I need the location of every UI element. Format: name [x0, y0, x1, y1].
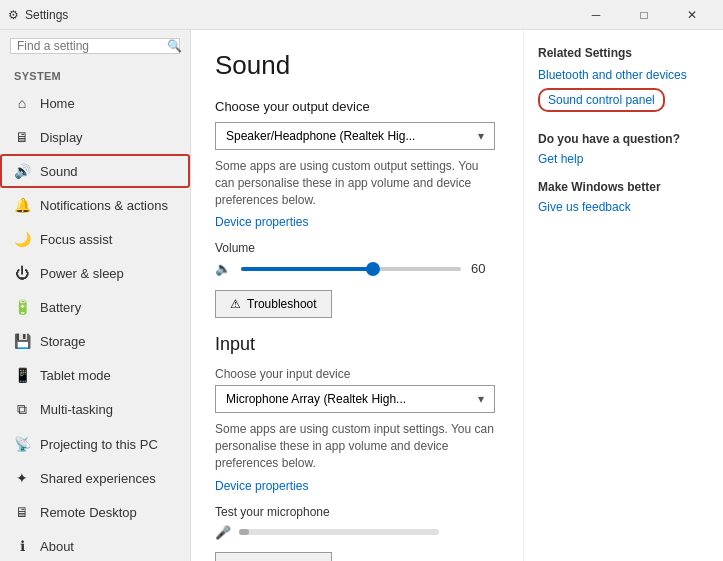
sidebar-item-storage[interactable]: 💾 Storage: [0, 324, 190, 358]
volume-section: Volume 🔈 60: [215, 241, 499, 276]
sidebar-item-sound[interactable]: 🔊 Sound: [0, 154, 190, 188]
sidebar-item-multitasking[interactable]: ⧉ Multi-tasking: [0, 392, 190, 427]
sidebar-item-label: Sound: [40, 164, 78, 179]
output-troubleshoot-button[interactable]: ⚠ Troubleshoot: [215, 290, 332, 318]
warning-icon: ⚠: [230, 297, 241, 311]
storage-icon: 💾: [14, 333, 30, 349]
input-device-value: Microphone Array (Realtek High...: [226, 392, 406, 406]
volume-label: Volume: [215, 241, 499, 255]
output-section: Choose your output device Speaker/Headph…: [215, 99, 499, 318]
sidebar-item-display[interactable]: 🖥 Display: [0, 120, 190, 154]
sidebar-item-label: Power & sleep: [40, 266, 124, 281]
sidebar-item-power[interactable]: ⏻ Power & sleep: [0, 256, 190, 290]
sidebar-item-label: Battery: [40, 300, 81, 315]
remote-icon: 🖥: [14, 504, 30, 520]
dropdown-arrow-icon-input: ▾: [478, 392, 484, 406]
output-device-value: Speaker/Headphone (Realtek Hig...: [226, 129, 415, 143]
tablet-icon: 📱: [14, 367, 30, 383]
main-content: Sound Choose your output device Speaker/…: [191, 30, 523, 561]
volume-value: 60: [471, 261, 485, 276]
sidebar-item-label: Remote Desktop: [40, 505, 137, 520]
test-mic-label: Test your microphone: [215, 505, 499, 519]
right-panel: Related Settings Bluetooth and other dev…: [523, 30, 723, 561]
output-section-label: Choose your output device: [215, 99, 499, 114]
sidebar-item-label: Tablet mode: [40, 368, 111, 383]
sound-control-link[interactable]: Sound control panel: [538, 88, 665, 112]
battery-icon: 🔋: [14, 299, 30, 315]
dropdown-arrow-icon: ▾: [478, 129, 484, 143]
sound-icon: 🔊: [14, 163, 30, 179]
make-better-title: Make Windows better: [538, 180, 709, 194]
sidebar-item-label: Projecting to this PC: [40, 437, 158, 452]
power-icon: ⏻: [14, 265, 30, 281]
sidebar-item-focus[interactable]: 🌙 Focus assist: [0, 222, 190, 256]
input-section-label: Choose your input device: [215, 367, 499, 381]
about-icon: ℹ: [14, 538, 30, 554]
notifications-icon: 🔔: [14, 197, 30, 213]
input-section: Input Choose your input device Microphon…: [215, 334, 499, 561]
titlebar-left: ⚙ Settings: [8, 8, 68, 22]
sidebar-item-label: Storage: [40, 334, 86, 349]
related-settings-title: Related Settings: [538, 46, 709, 60]
sidebar-item-tablet[interactable]: 📱 Tablet mode: [0, 358, 190, 392]
sidebar-item-shared[interactable]: ✦ Shared experiences: [0, 461, 190, 495]
projecting-icon: 📡: [14, 436, 30, 452]
titlebar-title: Settings: [25, 8, 68, 22]
get-help-link[interactable]: Get help: [538, 152, 709, 166]
input-device-properties-link[interactable]: Device properties: [215, 479, 308, 493]
mic-test-row: 🎤: [215, 525, 499, 540]
app-body: 🔍 System ⌂ Home 🖥 Display 🔊 Sound 🔔 Noti…: [0, 30, 723, 561]
sidebar-item-label: Notifications & actions: [40, 198, 168, 213]
sidebar: 🔍 System ⌂ Home 🖥 Display 🔊 Sound 🔔 Noti…: [0, 30, 191, 561]
page-title: Sound: [215, 50, 499, 81]
sidebar-item-projecting[interactable]: 📡 Projecting to this PC: [0, 427, 190, 461]
volume-slider-thumb[interactable]: [366, 262, 380, 276]
sidebar-item-label: Multi-tasking: [40, 402, 113, 417]
question-title: Do you have a question?: [538, 132, 709, 146]
close-button[interactable]: ✕: [669, 0, 715, 30]
settings-icon: ⚙: [8, 8, 19, 22]
sidebar-item-remote[interactable]: 🖥 Remote Desktop: [0, 495, 190, 529]
output-desc: Some apps are using custom output settin…: [215, 158, 499, 208]
input-desc: Some apps are using custom input setting…: [215, 421, 499, 471]
sidebar-item-label: Display: [40, 130, 83, 145]
sidebar-item-label: Focus assist: [40, 232, 112, 247]
volume-slider[interactable]: [241, 267, 461, 271]
volume-slider-fill: [241, 267, 373, 271]
sidebar-item-label: Shared experiences: [40, 471, 156, 486]
multitasking-icon: ⧉: [14, 401, 30, 418]
mic-level-bar: [239, 529, 439, 535]
sidebar-item-label: About: [40, 539, 74, 554]
output-device-dropdown[interactable]: Speaker/Headphone (Realtek Hig... ▾: [215, 122, 495, 150]
focus-icon: 🌙: [14, 231, 30, 247]
volume-icon: 🔈: [215, 261, 231, 276]
microphone-icon: 🎤: [215, 525, 231, 540]
minimize-button[interactable]: ─: [573, 0, 619, 30]
titlebar: ⚙ Settings ─ □ ✕: [0, 0, 723, 30]
home-icon: ⌂: [14, 95, 30, 111]
maximize-button[interactable]: □: [621, 0, 667, 30]
search-input[interactable]: [17, 39, 167, 53]
sidebar-item-label: Home: [40, 96, 75, 111]
input-section-header: Input: [215, 334, 499, 355]
sidebar-item-about[interactable]: ℹ About: [0, 529, 190, 561]
titlebar-controls: ─ □ ✕: [573, 0, 715, 30]
display-icon: 🖥: [14, 129, 30, 145]
sidebar-section-label: System: [0, 62, 190, 86]
bluetooth-link[interactable]: Bluetooth and other devices: [538, 68, 709, 82]
sidebar-item-battery[interactable]: 🔋 Battery: [0, 290, 190, 324]
sidebar-item-home[interactable]: ⌂ Home: [0, 86, 190, 120]
shared-icon: ✦: [14, 470, 30, 486]
output-troubleshoot-label: Troubleshoot: [247, 297, 317, 311]
sidebar-item-notifications[interactable]: 🔔 Notifications & actions: [0, 188, 190, 222]
search-box[interactable]: 🔍: [10, 38, 180, 54]
feedback-link[interactable]: Give us feedback: [538, 200, 709, 214]
volume-row: 🔈 60: [215, 261, 499, 276]
input-device-dropdown[interactable]: Microphone Array (Realtek High... ▾: [215, 385, 495, 413]
input-troubleshoot-button[interactable]: ⚠ Troubleshoot: [215, 552, 332, 561]
search-icon: 🔍: [167, 39, 182, 53]
mic-level-fill: [239, 529, 249, 535]
output-device-properties-link[interactable]: Device properties: [215, 215, 308, 229]
